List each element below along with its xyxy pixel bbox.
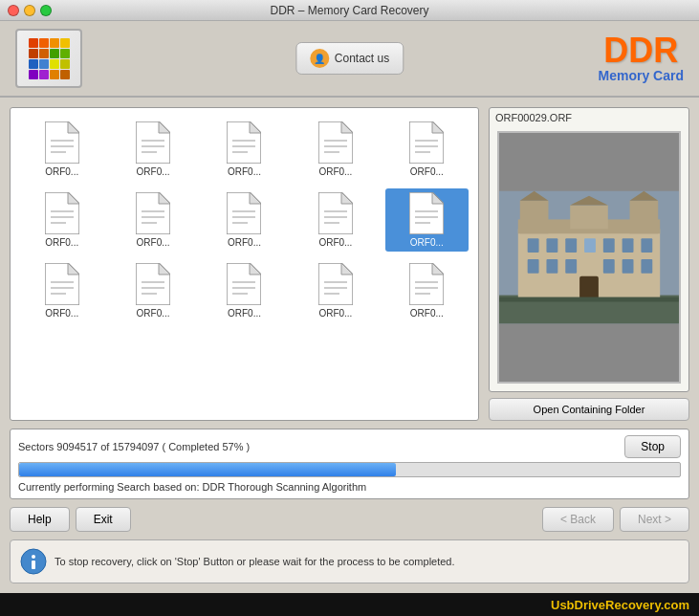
logo-grid [29, 38, 70, 79]
info-icon [20, 548, 47, 575]
file-label: ORF0... [410, 308, 444, 319]
content-row: ORF0... ORF0... ORF0... ORF0... ORF0... [10, 107, 689, 421]
file-item[interactable]: ORF0... [385, 188, 469, 252]
svg-rect-85 [528, 238, 539, 253]
file-label: ORF0... [228, 308, 261, 319]
header: 👤 Contact us DDR Memory Card [0, 21, 699, 98]
logo-cell [60, 59, 70, 69]
svg-rect-102 [32, 561, 35, 569]
file-item[interactable]: ORF0... [203, 259, 286, 322]
svg-rect-97 [641, 259, 652, 274]
minimize-button[interactable] [24, 5, 35, 16]
open-folder-button[interactable]: Open Containing Folder [489, 398, 689, 421]
svg-marker-41 [341, 192, 353, 204]
file-label: ORF0... [318, 237, 352, 248]
svg-marker-66 [341, 263, 353, 275]
logo-cell [50, 59, 59, 69]
file-item[interactable]: ORF0... [203, 188, 286, 252]
svg-marker-71 [432, 263, 444, 275]
file-item[interactable]: ORF0... [20, 118, 103, 181]
file-label: ORF0... [45, 237, 78, 248]
svg-rect-99 [499, 297, 679, 302]
logo-cell [39, 38, 49, 48]
svg-rect-95 [603, 259, 615, 274]
contact-button[interactable]: 👤 Contact us [295, 42, 404, 75]
file-label: ORF0... [410, 237, 444, 248]
back-button[interactable]: < Back [542, 507, 614, 532]
file-item[interactable]: ORF0... [294, 188, 377, 252]
svg-rect-91 [641, 238, 652, 253]
svg-point-101 [32, 555, 35, 559]
svg-marker-61 [250, 263, 261, 275]
help-button[interactable]: Help [10, 507, 70, 532]
progress-row: Sectors 9094517 of 15794097 ( Completed … [18, 435, 681, 458]
svg-rect-98 [579, 276, 599, 300]
logo-cell [60, 38, 70, 48]
file-icon [136, 192, 170, 234]
logo-cell [60, 49, 70, 58]
file-item[interactable]: ORF0... [385, 118, 469, 181]
titlebar-buttons [8, 5, 52, 16]
file-icon [409, 192, 444, 234]
stop-button[interactable]: Stop [624, 435, 681, 458]
svg-rect-88 [584, 238, 596, 253]
file-label: ORF0... [228, 237, 261, 248]
file-item[interactable]: ORF0... [111, 188, 194, 252]
svg-marker-1 [68, 121, 79, 133]
svg-rect-83 [570, 206, 608, 230]
brand-title: DDR [599, 33, 684, 68]
window-title: DDR – Memory Card Recovery [270, 4, 428, 17]
app-logo [15, 29, 82, 88]
file-label: ORF0... [45, 166, 78, 177]
file-icon [227, 192, 261, 234]
file-item[interactable]: ORF0... [385, 259, 469, 322]
svg-rect-89 [603, 238, 615, 253]
file-item[interactable]: ORF0... [294, 259, 377, 322]
logo-cell [29, 59, 38, 69]
close-button[interactable] [8, 5, 19, 16]
file-label: ORF0... [137, 166, 170, 177]
logo-cell [60, 70, 70, 79]
file-label: ORF0... [318, 308, 352, 319]
file-label: ORF0... [228, 166, 261, 177]
info-message: To stop recovery, click on 'Stop' Button… [55, 556, 455, 567]
progress-section: Sectors 9094517 of 15794097 ( Completed … [10, 429, 689, 499]
logo-cell [50, 49, 59, 58]
svg-marker-26 [68, 192, 79, 204]
file-label: ORF0... [45, 308, 78, 319]
svg-marker-6 [159, 121, 170, 133]
file-icon [409, 263, 444, 305]
file-icon [409, 121, 444, 164]
file-item[interactable]: ORF0... [111, 118, 194, 181]
file-item[interactable]: ORF0... [294, 118, 377, 181]
svg-marker-56 [159, 263, 170, 275]
svg-rect-81 [630, 201, 659, 234]
preview-building-svg [499, 133, 679, 382]
preview-title: ORF00029.ORF [490, 108, 688, 127]
file-item[interactable]: ORF0... [20, 259, 103, 322]
file-label: ORF0... [410, 166, 444, 177]
file-label: ORF0... [318, 166, 352, 177]
svg-rect-96 [623, 259, 634, 274]
file-label: ORF0... [137, 237, 170, 248]
info-bar: To stop recovery, click on 'Stop' Button… [10, 539, 689, 583]
file-icon [136, 121, 170, 164]
next-button[interactable]: Next > [620, 507, 689, 532]
logo-cell [39, 49, 49, 58]
exit-button[interactable]: Exit [76, 507, 131, 532]
file-item[interactable]: ORF0... [203, 118, 286, 181]
file-item[interactable]: ORF0... [111, 259, 194, 322]
file-icon [45, 263, 79, 305]
logo-cell [50, 38, 59, 48]
brand-subtitle: Memory Card [599, 68, 684, 83]
file-item[interactable]: ORF0... [20, 188, 103, 252]
svg-marker-11 [250, 121, 261, 133]
logo-cell [29, 70, 38, 79]
file-icon [318, 121, 353, 164]
svg-rect-86 [546, 238, 557, 253]
svg-marker-31 [159, 192, 170, 204]
svg-marker-16 [341, 121, 353, 133]
progress-text: Sectors 9094517 of 15794097 ( Completed … [18, 441, 617, 452]
maximize-button[interactable] [40, 5, 52, 16]
file-browser[interactable]: ORF0... ORF0... ORF0... ORF0... ORF0... [10, 107, 479, 421]
